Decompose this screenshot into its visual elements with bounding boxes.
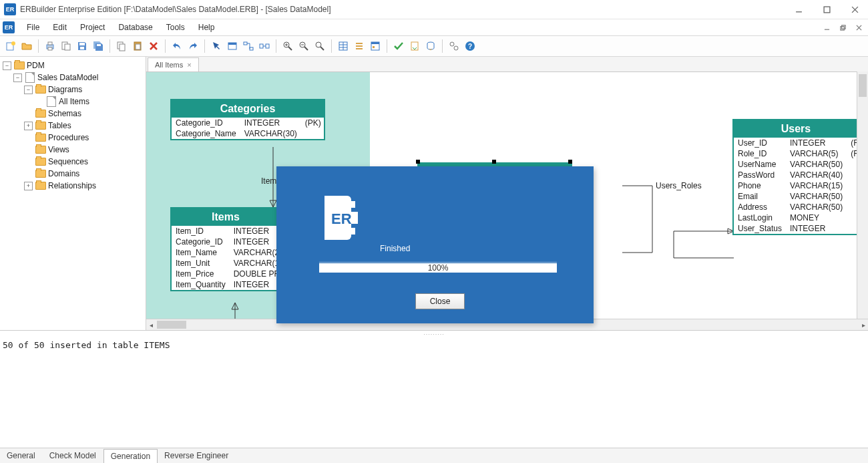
svg-line-35 <box>304 47 308 50</box>
menu-project[interactable]: Project <box>73 21 112 34</box>
svg-rect-57 <box>349 201 355 208</box>
tab-reverse-engineer[interactable]: Reverse Engineer <box>158 449 236 462</box>
tree-diagrams[interactable]: Diagrams <box>48 85 82 94</box>
svg-rect-47 <box>371 42 379 44</box>
tab-all-items[interactable]: All Items × <box>148 57 199 71</box>
table-row: Item_QuantityINTEGER <box>172 279 284 290</box>
save-icon[interactable] <box>75 39 89 53</box>
menu-bar: ER File Edit Project Database Tools Help <box>0 19 868 36</box>
tree-root[interactable]: PDM <box>27 61 45 70</box>
svg-rect-59 <box>349 228 355 235</box>
table-row: Categorie_IDINTEGER(PK) <box>172 118 325 128</box>
svg-point-10 <box>11 41 15 45</box>
tree-relationships[interactable]: Relationships <box>48 181 96 190</box>
close-button[interactable] <box>845 2 864 17</box>
tree-sequences[interactable]: Sequences <box>48 157 88 166</box>
table-row: Item_UnitVARCHAR(1 <box>172 258 284 269</box>
table-row: Categorie_NameVARCHAR(30) <box>172 128 325 139</box>
paste-icon[interactable] <box>130 39 145 53</box>
er-logo-icon: ER <box>319 192 361 244</box>
tab-check-model[interactable]: Check Model <box>43 449 103 462</box>
new-view-icon[interactable] <box>257 39 272 53</box>
validate-icon[interactable] <box>391 39 406 53</box>
delete-icon[interactable] <box>146 39 161 53</box>
list-icon[interactable] <box>352 39 367 53</box>
tree-views[interactable]: Views <box>48 145 69 154</box>
table-row: AddressVARCHAR(50) <box>734 202 862 212</box>
svg-rect-24 <box>228 43 236 45</box>
menu-file[interactable]: File <box>20 21 46 34</box>
svg-rect-5 <box>840 26 843 29</box>
selection-handle[interactable] <box>492 160 496 164</box>
tab-label: All Items <box>155 61 183 69</box>
close-button[interactable]: Close <box>415 293 465 309</box>
menu-help[interactable]: Help <box>192 21 222 34</box>
menu-tools[interactable]: Tools <box>160 21 192 34</box>
open-icon[interactable] <box>19 39 34 53</box>
zoom-fit-icon[interactable] <box>312 39 327 53</box>
help-icon[interactable]: ? <box>463 39 477 53</box>
selection-handle[interactable] <box>416 160 420 164</box>
tree-allitems[interactable]: All Items <box>59 97 89 106</box>
new-project-icon[interactable] <box>3 39 18 53</box>
relation-label-users-roles[interactable]: Users_Roles <box>656 181 702 190</box>
settings-icon[interactable] <box>447 39 461 53</box>
zoom-out-icon[interactable] <box>296 39 311 53</box>
generate-ddl-icon[interactable] <box>407 39 422 53</box>
entity-items[interactable]: Items Item_IDINTEGER Categorie_IDINTEGER… <box>170 207 281 291</box>
svg-rect-48 <box>373 46 375 48</box>
menu-edit[interactable]: Edit <box>46 21 73 34</box>
entity-categories[interactable]: Categories Categorie_IDINTEGER(PK) Categ… <box>170 99 325 140</box>
tree-procedures[interactable]: Procedures <box>48 133 89 142</box>
grid-table-icon[interactable] <box>336 39 351 53</box>
svg-rect-28 <box>266 44 269 48</box>
mdi-minimize-button[interactable] <box>820 22 833 33</box>
entity-users[interactable]: Users User_IDINTEGER(F Role_IDVARCHAR(5)… <box>732 119 858 235</box>
svg-rect-44 <box>356 45 363 47</box>
menu-database[interactable]: Database <box>112 21 159 34</box>
redo-icon[interactable] <box>186 39 200 53</box>
relation-label-items[interactable]: Item <box>261 176 276 186</box>
progress-track <box>319 262 557 263</box>
maximize-button[interactable] <box>817 2 836 17</box>
zoom-in-icon[interactable] <box>280 39 295 53</box>
svg-rect-17 <box>80 47 84 49</box>
svg-rect-45 <box>356 48 363 49</box>
doc-icon: ER <box>3 21 15 33</box>
mdi-close-button[interactable] <box>852 22 865 33</box>
tab-generation[interactable]: Generation <box>103 449 158 464</box>
tree-model[interactable]: Sales DataModel <box>37 73 98 82</box>
form-icon[interactable] <box>368 39 383 53</box>
tree-schemas[interactable]: Schemas <box>48 109 81 118</box>
svg-point-37 <box>316 42 321 47</box>
model-tree[interactable]: −PDM −Sales DataModel −Diagrams All Item… <box>0 57 146 330</box>
mdi-restore-button[interactable] <box>836 22 849 33</box>
undo-icon[interactable] <box>170 39 184 53</box>
output-log[interactable]: 50 of 50 inserted in table ITEMS <box>0 336 868 448</box>
splitter-handle[interactable]: ········· <box>0 331 868 336</box>
table-row: LastLoginMONEY <box>734 212 862 223</box>
selection-handle[interactable] <box>568 160 572 164</box>
vertical-scrollbar[interactable] <box>857 71 868 319</box>
progress-bar: 100% <box>319 263 557 273</box>
tree-domains[interactable]: Domains <box>48 169 79 178</box>
output-tabs: General Check Model Generation Reverse E… <box>0 448 868 463</box>
table-row: Item_NameVARCHAR(2 <box>172 247 284 258</box>
table-row: User_IDINTEGER(F <box>734 138 862 148</box>
svg-rect-1 <box>824 7 830 13</box>
tree-tables[interactable]: Tables <box>48 121 71 130</box>
save-all-icon[interactable] <box>91 39 105 53</box>
print-icon[interactable] <box>43 39 57 53</box>
pointer-icon[interactable] <box>209 39 224 53</box>
new-table-icon[interactable] <box>225 39 240 53</box>
copy-icon[interactable] <box>114 39 129 53</box>
page-setup-icon[interactable] <box>59 39 73 53</box>
tab-close-icon[interactable]: × <box>187 61 191 69</box>
sync-db-icon[interactable] <box>423 39 438 53</box>
tab-general[interactable]: General <box>0 449 43 462</box>
minimize-button[interactable] <box>789 2 808 17</box>
svg-line-31 <box>288 47 292 50</box>
svg-rect-20 <box>120 44 125 51</box>
progress-dialog: ER Finished 100% Close <box>276 166 594 323</box>
new-relation-icon[interactable] <box>241 39 256 53</box>
